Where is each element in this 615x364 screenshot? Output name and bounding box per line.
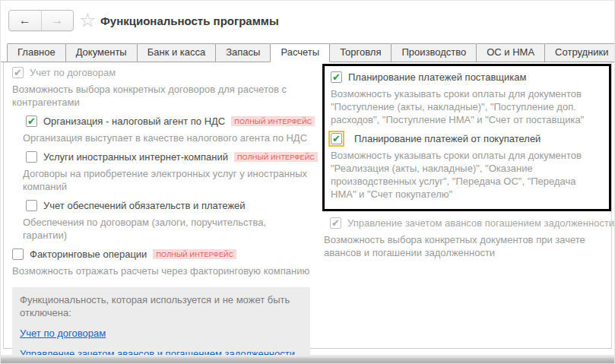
setting-description: Обеспечения по договорам (залоги, поручи… bbox=[23, 216, 312, 242]
tab-content-panel: ✔ Учет по договорам Возможность выбора к… bbox=[3, 62, 612, 349]
full-interface-badge: ПОЛНЫЙ ИНТЕРФЕЙС bbox=[234, 152, 318, 162]
annotation-checkbox-highlight: ✔ bbox=[328, 131, 344, 147]
checkbox-label: Факторинговые операции bbox=[30, 248, 147, 260]
checkbox-uchet-po-dogovoram: ✔ bbox=[12, 67, 24, 78]
checkbox-faktoringovye-operacii[interactable] bbox=[12, 248, 24, 260]
favorite-star-icon[interactable]: ☆ bbox=[79, 9, 96, 30]
tab-bar: Главное Документы Банк и касса Запасы Ра… bbox=[1, 43, 614, 62]
checkbox-label: Учет обеспечений обязательств и платежей bbox=[43, 200, 246, 211]
always-on-functionality-box: Функциональность, которая используется и… bbox=[12, 287, 310, 364]
page-title: Функциональность программы bbox=[100, 14, 279, 27]
checkbox-uchet-obespechenii[interactable] bbox=[26, 200, 37, 211]
checkbox-upravlenie-zachetom-avansov: ✔ bbox=[330, 217, 341, 229]
setting-uchet-obespechenii: Учет обеспечений обязательств и платежей… bbox=[12, 200, 312, 242]
forward-arrow-icon: → bbox=[51, 14, 63, 27]
setting-uslugi-internet-kompanii: Услуги иностранных интернет-компаний ПОЛ… bbox=[12, 151, 312, 193]
functionality-window: ← → ☆ Функциональность программы Главное… bbox=[0, 0, 615, 364]
right-column: ✔ Планирование платежей поставщикам Возм… bbox=[322, 64, 611, 266]
setting-upravlenie-zachetom-avansov: ✔ Управление зачетом авансов погашением … bbox=[322, 217, 611, 259]
tab-glavnoe[interactable]: Главное bbox=[7, 43, 66, 62]
tab-raschety[interactable]: Расчеты bbox=[270, 43, 330, 62]
checkmark-icon: ✔ bbox=[14, 68, 22, 78]
checkbox-planirovanie-platezhei-postavshchikam[interactable]: ✔ bbox=[331, 71, 342, 83]
annotation-highlight-box: ✔ Планирование платежей поставщикам Возм… bbox=[322, 64, 611, 211]
full-interface-badge: ПОЛНЫЙ ИНТЕРФЕЙС bbox=[153, 249, 236, 259]
checkbox-label: Управление зачетом авансов погашением за… bbox=[347, 217, 614, 229]
setting-nalogovyi-agent-nds: ✔ Организация - налоговый агент по НДС П… bbox=[12, 116, 312, 144]
checkmark-icon: ✔ bbox=[332, 134, 341, 144]
checkbox-label: Организация - налоговый агент по НДС bbox=[43, 116, 225, 127]
full-interface-badge: ПОЛНЫЙ ИНТЕРФЕЙС bbox=[231, 116, 315, 126]
window-bottom-bar bbox=[1, 355, 614, 363]
always-on-functionality-text: Функциональность, которая используется и… bbox=[20, 293, 303, 319]
setting-planirovanie-platezhei-postavshchikam: ✔ Планирование платежей поставщикам Возм… bbox=[331, 71, 603, 126]
setting-faktoringovye-operacii: Факторинговые операции ПОЛНЫЙ ИНТЕРФЕЙС … bbox=[12, 248, 312, 277]
forward-button[interactable]: → bbox=[41, 11, 74, 30]
window-header: ← → ☆ Функциональность программы bbox=[1, 1, 614, 43]
tab-dokumenty[interactable]: Документы bbox=[65, 43, 138, 62]
checkbox-label: Планирование платежей от покупателей bbox=[354, 133, 541, 144]
setting-description: Возможность выбора конкретных договоров … bbox=[12, 83, 312, 109]
checkbox-nalogovyi-agent-nds[interactable]: ✔ bbox=[26, 116, 37, 127]
checkbox-label: Услуги иностранных интернет-компаний bbox=[43, 151, 228, 163]
tab-os-i-nma[interactable]: ОС и НМА bbox=[476, 43, 545, 62]
left-column: ✔ Учет по договорам Возможность выбора к… bbox=[12, 67, 312, 364]
setting-description: Возможность выбора конкретных документов… bbox=[324, 233, 611, 259]
checkbox-uslugi-internet-kompanii[interactable] bbox=[26, 151, 37, 163]
link-uchet-po-dogovoram[interactable]: Учет по договорам bbox=[20, 328, 106, 339]
checkbox-label: Планирование платежей поставщикам bbox=[348, 71, 526, 83]
checkmark-icon: ✔ bbox=[27, 116, 36, 126]
setting-description: Возможность указывать сроки оплаты для д… bbox=[331, 149, 603, 201]
checkmark-icon: ✔ bbox=[332, 72, 341, 82]
checkmark-icon: ✔ bbox=[331, 218, 340, 228]
tab-zapasy[interactable]: Запасы bbox=[215, 43, 271, 62]
back-arrow-icon: ← bbox=[19, 14, 31, 27]
tab-sotrudniki[interactable]: Сотрудники bbox=[544, 43, 615, 62]
setting-description: Договоры на приобретение электронных усл… bbox=[23, 167, 312, 193]
back-button[interactable]: ← bbox=[9, 11, 41, 30]
setting-description: Возможность указывать сроки оплаты для д… bbox=[331, 87, 603, 126]
setting-planirovanie-platezhei-ot-pokupatelei: ✔ Планирование платежей от покупателей В… bbox=[331, 133, 603, 201]
setting-description: Организация выступает в качестве налогов… bbox=[23, 131, 312, 144]
tab-proizvodstvo[interactable]: Производство bbox=[391, 43, 477, 62]
checkbox-label: Учет по договорам bbox=[30, 67, 116, 78]
checkbox-planirovanie-platezhei-ot-pokupatelei[interactable]: ✔ bbox=[331, 133, 342, 144]
nav-button-group: ← → bbox=[8, 10, 74, 31]
tab-bank-i-kassa[interactable]: Банк и касса bbox=[137, 43, 217, 62]
tab-torgovlya[interactable]: Торговля bbox=[329, 43, 392, 62]
setting-description: Возможность отражать расчеты через факто… bbox=[12, 264, 312, 277]
setting-uchet-po-dogovoram: ✔ Учет по договорам Возможность выбора к… bbox=[12, 67, 312, 109]
